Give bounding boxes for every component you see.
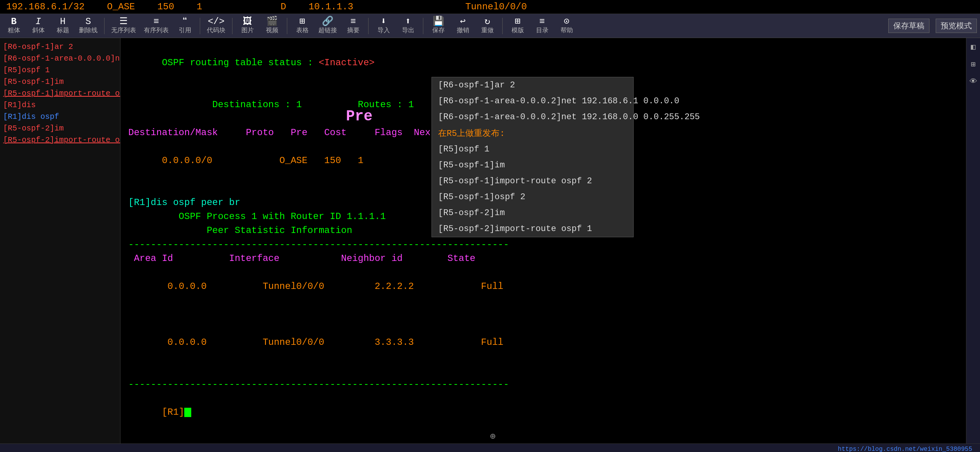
save-button[interactable]: 💾 保存 [428,16,449,35]
ctx-item-7[interactable]: [R5-ospf-1]ospf 2 [432,189,633,205]
top-route-bar: 192.168.6.1/32 O_ASE 150 1 D 10.1.1.3 Tu… [0,0,980,14]
strikethrough-label: 删除线 [79,26,98,35]
toc-button[interactable]: ≡ 目录 [531,16,553,35]
code-label: 代码块 [207,26,225,35]
help-icon: ⊙ [564,17,569,26]
pre-label: Pre [346,108,372,125]
terminal[interactable]: OSPF routing table status : <Inactive> D… [121,38,966,443]
sidebar-icon-2[interactable]: ⊞ [971,59,975,69]
terminal-line-table-header: Area Id Interface Neighbor id State [128,252,958,266]
code-icon: </> [208,17,224,26]
export-icon: ⬆ [405,17,411,26]
redo-label: 重做 [481,26,494,35]
italic-button[interactable]: I 斜体 [28,16,49,35]
code-button[interactable]: </> 代码块 [204,16,228,35]
toc-label: 目录 [536,26,549,35]
template-label: 模版 [512,26,524,35]
undo-icon: ↩ [460,17,465,26]
sidebar-icon-1[interactable]: ◧ [971,42,975,52]
template-button[interactable]: ⊞ 模版 [507,16,528,35]
sidebar-line-4: [R5-ospf-1]im [3,76,117,88]
inactive-badge: <Inactive> [319,57,375,68]
save-icon: 💾 [433,17,444,26]
ctx-item-1[interactable]: [R6-ospf-1]ar 2 [432,77,633,93]
destinations-value: 1 [296,99,302,110]
table-button[interactable]: ⊞ 表格 [292,16,313,35]
sidebar-icon-3[interactable]: 👁 [970,77,977,86]
sidebar-line-8: [R5-ospf-2]im [3,123,117,134]
compass-icon: ⊕ [490,431,496,442]
ctx-item-6[interactable]: [R5-ospf-1]import-route ospf 2 [432,173,633,189]
unordered-list-button[interactable]: ☰ 无序列表 [109,16,138,35]
undo-label: 撤销 [457,26,469,35]
strikethrough-icon: S [86,17,91,26]
save-draft-button[interactable]: 保存草稿 [888,19,929,33]
summary-button[interactable]: ≡ 摘要 [342,16,364,35]
sidebar-line-2: [R6-ospf-1-area-0.0.0.0]net 192.168.0.0 … [3,53,117,64]
ctx-item-3[interactable]: [R6-ospf-1-area-0.0.0.2]net 192.168.0.0 … [432,109,633,125]
import-icon: ⬇ [381,17,386,26]
quote-label: 引用 [179,26,191,35]
ctx-item-5[interactable]: [R5-ospf-1]im [432,157,633,173]
import-button[interactable]: ⬇ 导入 [373,16,394,35]
ordered-list-icon: ≡ [154,17,159,26]
route-dest: 0.0.0.0/0 O_ASE 150 1 [162,155,363,166]
sidebar-line-3: [R5]ospf 1 [3,64,117,76]
redo-button[interactable]: ↻ 重做 [477,16,498,35]
toolbar: B 粗体 I 斜体 H 标题 S 删除线 ☰ 无序列表 ≡ 有序列表 ❝ 引用 … [0,14,980,38]
toolbar-divider-2 [200,18,200,34]
bold-button[interactable]: B 粗体 [3,16,24,35]
preview-mode-label: 预览模式 [941,21,972,31]
hyperlink-button[interactable]: 🔗 超链接 [316,16,339,35]
import-label: 导入 [377,26,390,35]
terminal-line-empty-3 [128,363,958,377]
unordered-list-icon: ☰ [119,17,128,26]
strikethrough-button[interactable]: S 删除线 [77,16,100,35]
table-icon: ⊞ [299,17,305,26]
sidebar-icons: ◧ ⊞ 👁 [966,38,980,443]
left-sidebar: [R6-ospf-1]ar 2 [R6-ospf-1-area-0.0.0.0]… [0,38,121,443]
table-label: 表格 [296,26,309,35]
terminal-table-row-1: 0.0.0.0 Tunnel0/0/0 2.2.2.2 Full [128,266,958,308]
ctx-item-4[interactable]: [R5]ospf 1 [432,141,633,157]
ordered-list-button[interactable]: ≡ 有序列表 [141,16,171,35]
export-button[interactable]: ⬆ 导出 [397,16,419,35]
terminal-line-empty-2 [128,308,958,322]
toolbar-divider-3 [232,18,232,34]
toolbar-divider-1 [104,18,105,34]
sidebar-line-7: [R1]dis ospf [3,111,117,123]
save-draft-label: 保存草稿 [893,21,924,31]
summary-icon: ≡ [350,17,356,26]
undo-button[interactable]: ↩ 撤销 [452,16,473,35]
redo-icon: ↻ [484,17,490,26]
ctx-item-9[interactable]: [R5-ospf-2]import-route ospf 1 [432,221,633,237]
bold-label: 粗体 [8,26,20,35]
heading-button[interactable]: H 标题 [52,16,73,35]
italic-icon: I [35,17,41,26]
heading-icon: H [60,17,65,26]
terminal-prompt-line: [R1] [128,391,958,433]
image-button[interactable]: 🖼 图片 [237,16,258,35]
terminal-prompt: [R1] [162,407,184,417]
save-label: 保存 [432,26,445,35]
hyperlink-icon: 🔗 [322,17,334,26]
destinations-label: Destinations : [162,99,296,110]
quote-button[interactable]: ❝ 引用 [174,16,196,35]
ctx-item-2[interactable]: [R6-ospf-1-area-0.0.0.2]net 192.168.6.1 … [432,93,633,109]
help-button[interactable]: ⊙ 帮助 [556,16,577,35]
export-label: 导出 [402,26,414,35]
sidebar-line-5: [R5-ospf-1]import-route ospf 2 [3,88,117,99]
status-bar: ⊕ https://blog.csdn.net/weixin_5380955 [0,443,980,452]
video-button[interactable]: 🎬 视频 [261,16,283,35]
sidebar-line-1: [R6-ospf-1]ar 2 [3,41,117,53]
toolbar-divider-4 [287,18,287,34]
sidebar-line-9: [R5-ospf-2]import-route ospf [3,134,117,146]
help-label: 帮助 [561,26,573,35]
main-area: [R6-ospf-1]ar 2 [R6-ospf-1-area-0.0.0.0]… [0,38,980,443]
terminal-line-dash-2: ----------------------------------------… [128,377,958,391]
preview-mode-button[interactable]: 预览模式 [936,19,977,33]
ctx-item-8[interactable]: [R5-ospf-2]im [432,205,633,221]
context-menu: [R6-ospf-1]ar 2 [R6-ospf-1-area-0.0.0.2]… [431,77,634,237]
routes-value: 1 [408,99,414,110]
top-route-info: 192.168.6.1/32 O_ASE 150 1 D 10.1.1.3 Tu… [6,0,527,14]
